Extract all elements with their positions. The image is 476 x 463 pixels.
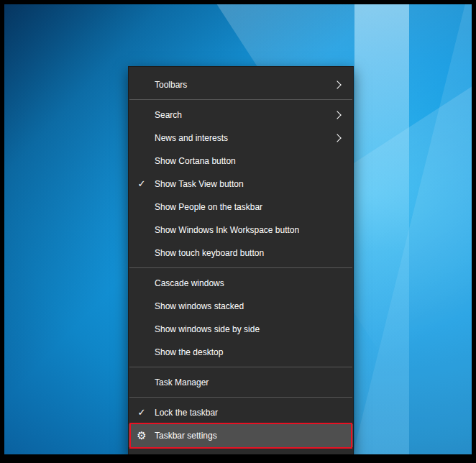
menu-item-show-windows-side-by-side[interactable]: Show windows side by side xyxy=(129,318,353,341)
menu-item-show-windows-ink-workspace-button[interactable]: Show Windows Ink Workspace button xyxy=(129,219,353,242)
menu-item-toolbars[interactable]: Toolbars xyxy=(129,73,353,96)
checkmark-icon: ✓ xyxy=(129,173,155,196)
menu-item-task-manager[interactable]: Task Manager xyxy=(129,371,353,394)
context-menu: ToolbarsSearchNews and interestsShow Cor… xyxy=(128,66,354,457)
menu-item-show-the-desktop[interactable]: Show the desktop xyxy=(129,341,353,364)
menu-item-show-cortana-button[interactable]: Show Cortana button xyxy=(129,150,353,173)
menu-item-label: Show Windows Ink Workspace button xyxy=(155,225,353,235)
submenu-chevron-icon xyxy=(333,111,341,119)
menu-item-cascade-windows[interactable]: Cascade windows xyxy=(129,272,353,295)
checkmark-icon: ✓ xyxy=(129,401,155,424)
submenu-chevron-icon xyxy=(333,81,341,88)
menu-item-label: Cascade windows xyxy=(155,278,353,288)
menu-item-search[interactable]: Search xyxy=(129,104,353,127)
menu-separator xyxy=(129,267,352,268)
gear-icon: ⚙ xyxy=(129,424,155,447)
menu-item-label: Show windows side by side xyxy=(155,324,353,334)
menu-item-label: News and interests xyxy=(155,133,334,143)
menu-item-label: Search xyxy=(155,110,334,120)
menu-item-show-people-on-the-taskbar[interactable]: Show People on the taskbar xyxy=(129,196,353,219)
wallpaper-light-column xyxy=(354,4,409,454)
submenu-chevron-icon xyxy=(333,134,341,142)
menu-item-label: Task Manager xyxy=(155,377,353,388)
menu-item-label: Show touch keyboard button xyxy=(155,248,353,258)
menu-item-taskbar-settings[interactable]: ⚙Taskbar settings xyxy=(129,424,353,447)
menu-item-label: Toolbars xyxy=(155,80,334,90)
menu-separator xyxy=(129,367,352,367)
menu-item-label: Show People on the taskbar xyxy=(155,202,353,212)
menu-item-label: Taskbar settings xyxy=(155,431,353,441)
menu-item-label: Lock the taskbar xyxy=(155,408,353,418)
screenshot-frame: ToolbarsSearchNews and interestsShow Cor… xyxy=(0,0,476,463)
menu-item-show-touch-keyboard-button[interactable]: Show touch keyboard button xyxy=(129,242,353,265)
menu-item-label: Show windows stacked xyxy=(155,301,353,311)
menu-separator xyxy=(129,397,352,398)
menu-item-show-windows-stacked[interactable]: Show windows stacked xyxy=(129,295,353,318)
menu-item-label: Show Task View button xyxy=(155,179,353,189)
menu-item-label: Show Cortana button xyxy=(155,156,353,166)
menu-separator xyxy=(129,99,352,100)
menu-item-label: Show the desktop xyxy=(155,347,353,357)
menu-item-news-and-interests[interactable]: News and interests xyxy=(129,127,353,150)
menu-item-show-task-view-button[interactable]: ✓Show Task View button xyxy=(129,173,353,196)
menu-item-lock-the-taskbar[interactable]: ✓Lock the taskbar xyxy=(129,401,353,424)
